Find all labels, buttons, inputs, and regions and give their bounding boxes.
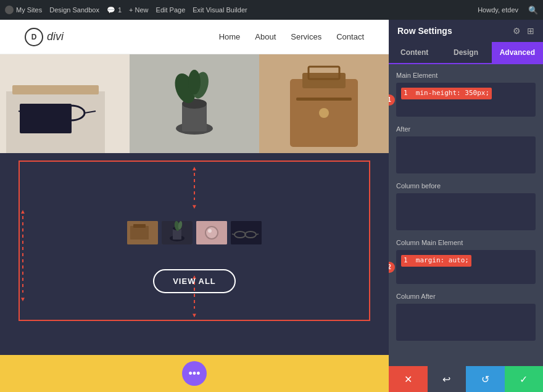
code-inner-main[interactable]: 1 min-height: 350px; <box>396 83 536 117</box>
save-icon: ✓ <box>520 373 528 385</box>
nav-home[interactable]: Home <box>219 32 241 41</box>
code-highlight-main: 1 min-height: 350px; <box>401 88 492 99</box>
arrow-head-down-bot <box>191 309 197 320</box>
wp-icon <box>5 6 14 14</box>
svg-line-6 <box>19 111 30 113</box>
dots-icon: ••• <box>189 367 201 380</box>
field-column-main-element: Column Main Element 2 1 margin: auto; <box>396 239 536 284</box>
field-column-main-label: Column Main Element <box>396 239 536 246</box>
badge-2: 2 <box>389 262 395 273</box>
field-main-element-label: Main Element <box>396 72 536 79</box>
code-field-column-main: 2 1 margin: auto; <box>396 250 536 284</box>
svg-rect-1 <box>6 91 105 153</box>
settings-panel: Row Settings ⚙ ⊞ Content Design Advanced… <box>389 20 543 392</box>
dashed-line-top <box>194 173 195 200</box>
undo-icon: ↩ <box>442 373 450 385</box>
field-after: After <box>396 125 536 173</box>
arrow-top <box>191 162 197 211</box>
code-inner-column-after[interactable] <box>396 304 536 341</box>
field-column-before-label: Column before <box>396 182 536 190</box>
svg-rect-19 <box>296 98 352 101</box>
admin-new[interactable]: + New <box>129 6 149 14</box>
panel-header: Row Settings ⚙ ⊞ <box>389 20 543 42</box>
main-layout: D divi Home About Services Contact <box>0 20 543 392</box>
photo-cell-2 <box>130 54 259 153</box>
admin-design-sandbox[interactable]: Design Sandbox <box>49 6 99 14</box>
arrow-head-down-left <box>20 293 26 304</box>
admin-my-sites[interactable]: My Sites <box>5 6 42 14</box>
field-column-after-label: Column After <box>396 293 536 300</box>
badge-1: 1 <box>389 94 395 106</box>
admin-exit-vb[interactable]: Exit Visual Builder <box>193 6 247 14</box>
nav-services[interactable]: Services <box>291 32 321 41</box>
code-highlight-col-main: 1 margin: auto; <box>401 255 471 267</box>
code-inner-after[interactable] <box>396 136 536 173</box>
yellow-strip: ••• <box>0 355 389 392</box>
svg-point-14 <box>188 70 201 94</box>
admin-bar-right: Howdy, etdev 🔍 <box>478 6 538 15</box>
admin-bar: My Sites Design Sandbox 💬1 + New Edit Pa… <box>0 0 543 20</box>
admin-comments[interactable]: 💬1 <box>107 6 122 14</box>
panel-content: Main Element 1 1 min-height: 350px; Afte… <box>389 64 543 366</box>
photo-cell-1 <box>0 54 130 153</box>
panel-tabs: Content Design Advanced <box>389 42 543 64</box>
svg-rect-2 <box>12 85 99 94</box>
tab-advanced[interactable]: Advanced <box>492 42 543 63</box>
photo-2-svg <box>130 54 259 153</box>
cancel-icon: ✕ <box>404 373 412 385</box>
field-column-before: Column before <box>396 182 536 230</box>
nav-contact[interactable]: Contact <box>336 32 364 41</box>
photo-grid <box>0 54 389 153</box>
photo-3-svg <box>259 54 389 153</box>
logo-circle: D <box>25 28 43 46</box>
footer-undo-btn[interactable]: ↩ <box>428 366 466 392</box>
redo-icon: ↺ <box>481 373 489 385</box>
arrow-head-up-left <box>20 205 26 216</box>
site-nav: D divi Home About Services Contact <box>0 20 389 54</box>
footer-cancel-btn[interactable]: ✕ <box>389 366 428 392</box>
arrow-head-down-top <box>191 200 197 211</box>
thumb-2 <box>162 221 193 244</box>
thumb-3 <box>196 221 227 244</box>
photo-1-svg <box>0 54 130 153</box>
dots-button[interactable]: ••• <box>182 361 207 386</box>
arrow-left <box>20 205 26 304</box>
panel-header-icons: ⚙ ⊞ <box>513 26 534 36</box>
svg-line-37 <box>232 234 234 235</box>
panel-footer: ✕ ↩ ↺ ✓ <box>389 366 543 392</box>
svg-point-20 <box>319 108 329 118</box>
field-main-element: Main Element 1 1 min-height: 350px; <box>396 72 536 117</box>
thumb-1 <box>127 221 158 244</box>
svg-point-32 <box>208 229 212 233</box>
code-field-main: 1 1 min-height: 350px; <box>396 83 536 117</box>
field-column-after: Column After <box>396 293 536 341</box>
code-inner-column-before[interactable] <box>396 193 536 230</box>
thumb-4 <box>231 221 262 244</box>
svg-rect-23 <box>133 224 146 228</box>
panel-settings-icon[interactable]: ⚙ <box>513 26 521 36</box>
svg-point-3 <box>30 106 57 120</box>
footer-save-btn[interactable]: ✓ <box>505 366 544 392</box>
svg-line-38 <box>256 234 259 235</box>
panel-expand-icon[interactable]: ⊞ <box>527 26 534 36</box>
site-nav-links: Home About Services Contact <box>219 32 364 41</box>
dashed-line-left <box>22 216 23 293</box>
view-all-button[interactable]: VIEW ALL <box>153 269 236 293</box>
field-after-label: After <box>396 125 536 133</box>
panel-title: Row Settings <box>397 26 452 36</box>
search-icon[interactable]: 🔍 <box>528 6 538 15</box>
nav-about[interactable]: About <box>255 32 276 41</box>
svg-rect-22 <box>130 226 149 240</box>
tab-design[interactable]: Design <box>440 42 491 63</box>
dark-section: VIEW ALL <box>0 153 389 355</box>
logo-text: divi <box>47 30 64 43</box>
thumbnail-strip <box>127 221 262 244</box>
footer-redo-btn[interactable]: ↺ <box>466 366 505 392</box>
preview-area: D divi Home About Services Contact <box>0 20 389 392</box>
svg-point-31 <box>205 227 218 239</box>
photo-cell-3 <box>259 54 389 153</box>
tab-content[interactable]: Content <box>389 42 440 63</box>
arrow-head-up-top <box>191 162 197 173</box>
admin-edit-page[interactable]: Edit Page <box>156 6 186 14</box>
code-inner-column-main[interactable]: 1 margin: auto; <box>396 250 536 284</box>
